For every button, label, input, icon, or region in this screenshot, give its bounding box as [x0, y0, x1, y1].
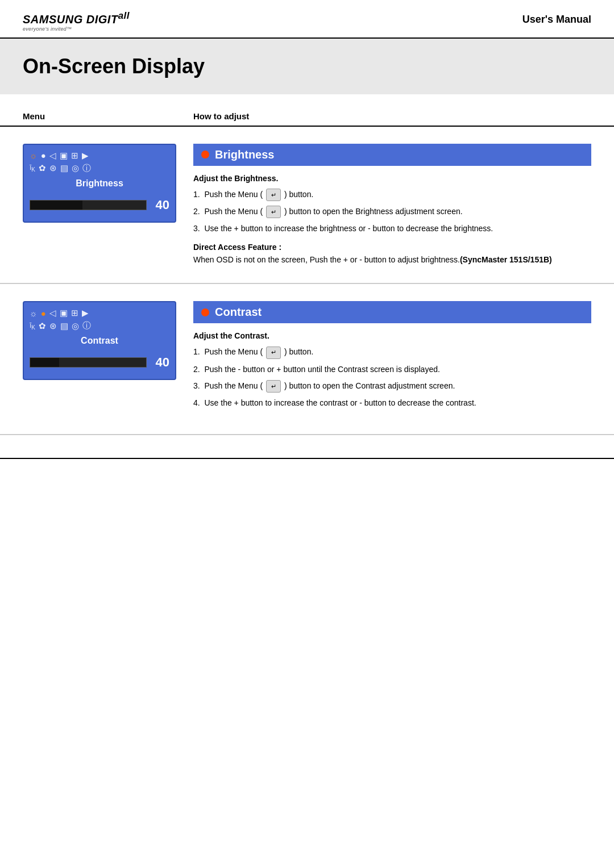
brightness-adjust-heading: Adjust the Brightness.	[193, 174, 591, 183]
column-how-label: How to adjust	[193, 111, 591, 121]
contrast-step-1: 1. Push the Menu ( ↵ ) button.	[193, 346, 591, 358]
page-title: On-Screen Display	[23, 55, 591, 78]
flower-icon: ✿	[39, 163, 46, 173]
brightness-bar-fill	[30, 201, 82, 210]
info-icon: ⓘ	[82, 163, 91, 174]
contrast-monitor-icon: ▣	[60, 308, 68, 318]
contrast-menu-btn-1: ↵	[266, 347, 281, 359]
contrast-hand-icon: ĭK	[30, 322, 35, 331]
monitor2-icon: ⊞	[71, 151, 78, 161]
brightness-bar	[30, 200, 147, 210]
contrast-adjust-heading: Adjust the Contrast.	[193, 331, 591, 340]
column-menu-label: Menu	[23, 111, 193, 121]
brightness-value: 40	[152, 198, 169, 212]
contrast-clock-icon: ◎	[72, 321, 79, 331]
brightness-dot	[201, 151, 209, 158]
syncmaster-text: (SyncMaster 151S/151B)	[460, 255, 552, 264]
menu-btn-icon-1: ↵	[266, 189, 281, 201]
brightness-bar-container: 40	[30, 198, 169, 212]
contrast-flower-icon: ✿	[39, 321, 46, 331]
contrast-step-4: 4. Use the + button to increase the cont…	[193, 397, 591, 409]
contrast-arrow-icon: ▶	[82, 308, 89, 318]
contrast-osd-icons-row1: ☼ ● ◁ ▣ ⊞ ▶	[30, 308, 169, 318]
direct-access-title: Direct Access Feature :	[193, 243, 591, 252]
contrast-circle-icon: ●	[41, 308, 46, 318]
brightness-step-3: 3. Use the + button to increase the brig…	[193, 223, 591, 235]
contrast-bar-fill	[30, 358, 59, 367]
circle-icon: ●	[41, 151, 46, 160]
brightness-title-bar: Brightness	[193, 144, 591, 166]
wave-icon: ⊛	[49, 163, 57, 173]
contrast-value: 40	[152, 355, 169, 370]
page-footer	[0, 458, 614, 470]
contrast-steps-list: 1. Push the Menu ( ↵ ) button. 2. Push t…	[193, 346, 591, 409]
contrast-row: ☼ ● ◁ ▣ ⊞ ▶ ĭK ✿ ⊛ ▤ ◎ ⓘ Contrast 40 Con…	[0, 284, 614, 435]
contrast-monitor2-icon: ⊞	[71, 308, 78, 318]
brightness-step-2: 2. Push the Menu ( ↵ ) button to open th…	[193, 206, 591, 218]
manual-title: User's Manual	[522, 10, 591, 26]
logo-text: SAMSUNG DIGITall	[23, 10, 130, 26]
contrast-title-bar: Contrast	[193, 301, 591, 323]
contrast-dot	[201, 308, 209, 316]
clock-icon: ◎	[72, 163, 79, 173]
contrast-osd-label: Contrast	[30, 336, 169, 346]
contrast-osd-display: ☼ ● ◁ ▣ ⊞ ▶ ĭK ✿ ⊛ ▤ ◎ ⓘ Contrast 40	[23, 301, 176, 380]
contrast-bar-container: 40	[30, 355, 169, 370]
contrast-osd-icons-row2: ĭK ✿ ⊛ ▤ ◎ ⓘ	[30, 320, 169, 331]
brightness-right-content: Brightness Adjust the Brightness. 1. Pus…	[193, 144, 591, 266]
rect-icon: ▤	[60, 163, 68, 173]
contrast-sun-icon: ☼	[30, 308, 38, 318]
contrast-bar	[30, 357, 147, 368]
contrast-triangle-icon: ◁	[49, 308, 56, 318]
samsung-logo: SAMSUNG DIGITall everyone's invited™	[23, 10, 130, 32]
brightness-steps-list: 1. Push the Menu ( ↵ ) button. 2. Push t…	[193, 189, 591, 235]
brightness-direct-access: Direct Access Feature : When OSD is not …	[193, 243, 591, 266]
menu-btn-icon-2: ↵	[266, 206, 281, 218]
contrast-wave-icon: ⊛	[49, 321, 57, 331]
triangle-icon: ◁	[49, 151, 56, 161]
contrast-rect-icon: ▤	[60, 321, 68, 331]
page-header: SAMSUNG DIGITall everyone's invited™ Use…	[0, 0, 614, 39]
brightness-osd-display: ☼ ● ◁ ▣ ⊞ ▶ ĭK ✿ ⊛ ▤ ◎ ⓘ Brightness 40	[23, 144, 176, 223]
contrast-info-icon: ⓘ	[82, 320, 91, 331]
page-title-section: On-Screen Display	[0, 39, 614, 94]
brightness-row: ☼ ● ◁ ▣ ⊞ ▶ ĭK ✿ ⊛ ▤ ◎ ⓘ Brightness 40 B…	[0, 127, 614, 285]
contrast-title: Contrast	[215, 306, 262, 319]
monitor-icon: ▣	[60, 151, 68, 161]
direct-access-text: When OSD is not on the screen, Push the …	[193, 254, 591, 266]
contrast-right-content: Contrast Adjust the Contrast. 1. Push th…	[193, 301, 591, 417]
contrast-step-3: 3. Push the Menu ( ↵ ) button to open th…	[193, 380, 591, 393]
sun-icon: ☼	[30, 151, 38, 160]
osd-icons-row1: ☼ ● ◁ ▣ ⊞ ▶	[30, 151, 169, 161]
osd-icons-row2: ĭK ✿ ⊛ ▤ ◎ ⓘ	[30, 163, 169, 174]
logo-tagline: everyone's invited™	[23, 26, 130, 32]
arrow-right-icon: ▶	[82, 151, 89, 161]
brightness-step-1: 1. Push the Menu ( ↵ ) button.	[193, 189, 591, 201]
contrast-step-2: 2. Push the - button or + button until t…	[193, 364, 591, 375]
brightness-osd-label: Brightness	[30, 178, 169, 189]
hand-icon: ĭK	[30, 164, 35, 173]
brightness-title: Brightness	[215, 148, 274, 161]
column-headers: Menu How to adjust	[0, 111, 614, 127]
contrast-menu-btn-2: ↵	[266, 380, 281, 393]
